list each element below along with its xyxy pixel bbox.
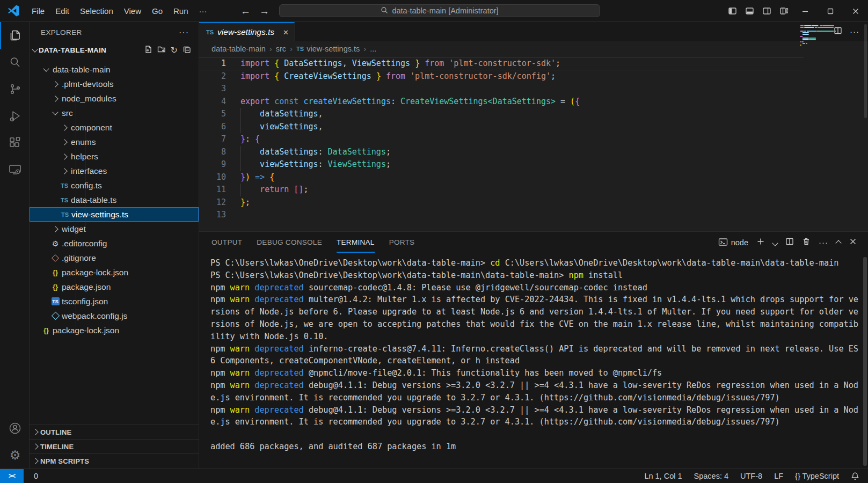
code-line-9[interactable]: 9 viewSettings: ViewSettings; <box>199 158 868 171</box>
status-ln-1-col-1[interactable]: Ln 1, Col 1 <box>641 472 685 480</box>
tree-item-webpack-config-js[interactable]: webpack.config.js <box>30 309 199 323</box>
sidebar-section-outline[interactable]: OUTLINE <box>30 425 199 439</box>
split-terminal-button[interactable] <box>785 237 794 248</box>
chev-down-button[interactable] <box>773 238 777 247</box>
minimize-button[interactable] <box>792 0 818 22</box>
tab-close-icon[interactable]: ✕ <box>283 28 289 36</box>
terminal-profile[interactable]: node <box>718 238 748 248</box>
code-line-2[interactable]: 2import { CreateViewSettings } from 'plm… <box>199 70 868 83</box>
activitybar-remote-explorer[interactable] <box>0 156 29 183</box>
new-folder-button[interactable] <box>157 45 166 56</box>
back-arrow-icon[interactable]: ← <box>240 5 251 17</box>
code-line-6[interactable]: 6 viewSettings, <box>199 121 868 134</box>
code-line-13[interactable]: 13 <box>199 209 868 222</box>
status-lf[interactable]: LF <box>771 472 786 480</box>
activitybar-accounts[interactable] <box>0 415 29 442</box>
status--typescript[interactable]: {} TypeScript <box>792 472 842 480</box>
menu-[interactable]: ··· <box>194 0 213 22</box>
activitybar-extensions[interactable] <box>0 129 29 156</box>
tree-item-data-table-main[interactable]: data-table-main <box>30 62 199 77</box>
close-button[interactable] <box>843 0 868 22</box>
code-line-10[interactable]: 10}) => { <box>199 171 868 184</box>
tree-item-interfaces[interactable]: interfaces <box>30 164 199 178</box>
code-line-4[interactable]: 4export const createViewSettings: Create… <box>199 96 868 108</box>
maximize-button[interactable] <box>818 0 843 22</box>
tree-item-label: view-settings.ts <box>71 210 128 219</box>
code-line-3[interactable]: 3 <box>199 83 868 96</box>
collapse-all-button[interactable] <box>183 45 191 56</box>
tree-item-view-settings-ts[interactable]: TSview-settings.ts <box>30 207 199 222</box>
chev-up-button[interactable] <box>836 238 841 247</box>
sidebar-section-npm-scripts[interactable]: NPM SCRIPTS <box>30 453 199 468</box>
code-line-7[interactable]: 7}: { <box>199 133 868 146</box>
remote-indicator[interactable]: >< <box>0 469 24 483</box>
tree-item-package-lock-json[interactable]: {}package-lock.json <box>30 265 199 280</box>
menu-run[interactable]: Run <box>168 0 194 22</box>
ports-indicator[interactable]: 0 <box>28 472 41 480</box>
status-spaces-4[interactable]: Spaces: 4 <box>691 472 732 480</box>
code-line-5[interactable]: 5 dataSettings, <box>199 108 868 121</box>
tree-item--plmt-devtools[interactable]: .plmt-devtools <box>30 77 199 91</box>
code-editor[interactable]: 1import { DataSettings, ViewSettings } f… <box>199 56 868 233</box>
panel-tab-debug-console[interactable]: DEBUG CONSOLE <box>257 232 322 253</box>
status-utf-8[interactable]: UTF-8 <box>737 472 765 480</box>
breadcrumb-item[interactable]: ... <box>370 45 376 53</box>
code-line-12[interactable]: 12}; <box>199 196 868 209</box>
editor-scrollbar[interactable] <box>864 24 867 118</box>
menu-file[interactable]: File <box>26 0 50 22</box>
tree-item-widget[interactable]: widget <box>30 222 199 236</box>
tree-item-data-table-ts[interactable]: TSdata-table.ts <box>30 193 199 207</box>
layout-sidebar-right-icon[interactable] <box>758 0 775 22</box>
breadcrumb-item[interactable]: TSview-settings.ts <box>296 45 360 53</box>
minimap[interactable] <box>800 25 860 48</box>
terminal-output[interactable]: PS C:\Users\lwkas\OneDrive\Desktop\work\… <box>210 257 864 467</box>
tree-item-package-json[interactable]: {}package.json <box>30 280 199 294</box>
menu-go[interactable]: Go <box>147 0 168 22</box>
breadcrumb-item[interactable]: data-table-main <box>211 45 266 53</box>
tree-item-component[interactable]: component <box>30 120 199 135</box>
tree-item-package-lock-json[interactable]: {}package-lock.json <box>30 323 199 338</box>
sidebar-section-timeline[interactable]: TIMELINE <box>30 439 199 453</box>
refresh-button[interactable]: ↻ <box>171 46 178 55</box>
activitybar-explorer[interactable] <box>0 22 29 49</box>
tree-item-enums[interactable]: enums <box>30 135 199 149</box>
tree-item-src[interactable]: src <box>30 106 199 120</box>
layout-customize-icon[interactable] <box>775 0 792 22</box>
explorer-more-icon[interactable]: ··· <box>179 28 189 38</box>
plus-button[interactable] <box>756 237 765 248</box>
layout-sidebar-left-icon[interactable] <box>724 0 741 22</box>
forward-arrow-icon[interactable]: → <box>259 5 269 17</box>
tab-view-settings[interactable]: TS view-settings.ts ✕ <box>199 22 295 41</box>
notifications-bell[interactable] <box>848 472 863 480</box>
trash-button[interactable] <box>802 237 811 248</box>
activitybar-search[interactable] <box>0 49 29 76</box>
tree-item-node-modules[interactable]: node_modules <box>30 91 199 106</box>
layout-panel-icon[interactable] <box>741 0 758 22</box>
panel-tab-terminal[interactable]: TERMINAL <box>337 232 375 253</box>
command-center-search[interactable]: data-table-main [Administrator] <box>279 4 600 17</box>
activitybar-run-debug[interactable] <box>0 103 29 129</box>
panel-tab-output[interactable]: OUTPUT <box>211 232 242 253</box>
more-button[interactable]: ··· <box>819 238 828 247</box>
activitybar-source-control[interactable] <box>0 76 29 103</box>
run-debug-icon <box>8 109 22 123</box>
code-line-1[interactable]: 1import { DataSettings, ViewSettings } f… <box>199 57 868 70</box>
terminal-scrollbar[interactable] <box>863 257 867 466</box>
tree-item-helpers[interactable]: helpers <box>30 149 199 164</box>
new-file-button[interactable] <box>144 45 152 56</box>
tree-item-config-ts[interactable]: TSconfig.ts <box>30 178 199 193</box>
activitybar-settings[interactable]: ⚙ <box>0 442 29 469</box>
menu-edit[interactable]: Edit <box>50 0 75 22</box>
explorer-section-header[interactable]: DATA-TABLE-MAIN ↻ <box>30 43 199 57</box>
tree-item--editorconfig[interactable]: ⚙.editorconfig <box>30 236 199 251</box>
terminal-icon <box>718 238 728 248</box>
close-button[interactable] <box>849 237 857 248</box>
menu-selection[interactable]: Selection <box>75 0 119 22</box>
tree-item--gitignore[interactable]: .gitignore <box>30 251 199 265</box>
tree-item-tsconfig-json[interactable]: TStsconfig.json <box>30 294 199 309</box>
code-line-8[interactable]: 8 dataSettings: DataSettings; <box>199 146 868 159</box>
breadcrumb-item[interactable]: src <box>276 45 286 53</box>
code-line-11[interactable]: 11 return []; <box>199 184 868 196</box>
menu-view[interactable]: View <box>119 0 147 22</box>
panel-tab-ports[interactable]: PORTS <box>389 232 415 253</box>
